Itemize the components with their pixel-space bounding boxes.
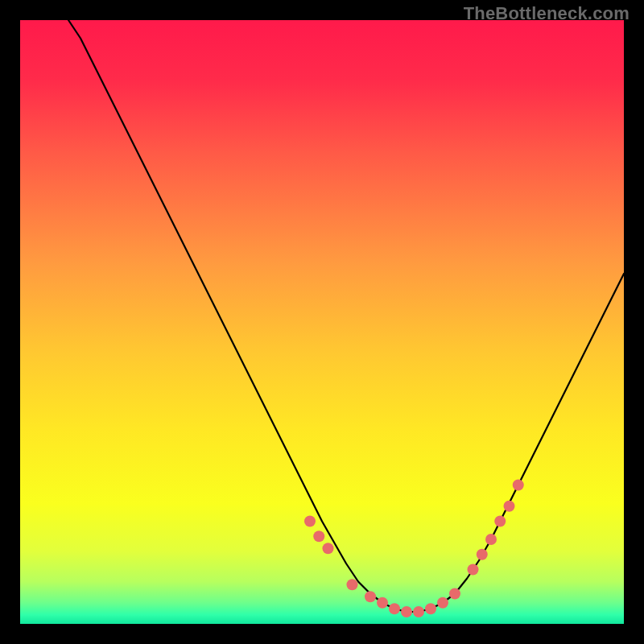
highlight-dot <box>313 530 324 542</box>
highlight-dot <box>513 480 524 491</box>
highlight-dot <box>401 606 412 617</box>
highlight-dot <box>485 534 497 545</box>
highlight-dot <box>413 606 424 617</box>
watermark-label: TheBottleneck.com <box>464 3 630 24</box>
highlight-dot <box>323 543 334 554</box>
highlight-dot <box>504 501 515 512</box>
highlight-dot <box>365 591 376 602</box>
plot-area <box>20 20 624 624</box>
highlight-dot <box>425 603 436 614</box>
curve-layer <box>20 20 624 624</box>
highlight-dot <box>377 597 388 609</box>
highlight-dot <box>468 564 479 576</box>
highlight-dot <box>389 603 400 614</box>
highlight-dot <box>347 579 358 590</box>
highlight-dot <box>494 516 506 527</box>
highlight-dot <box>437 597 448 609</box>
highlight-dot <box>304 516 316 527</box>
bottleneck-curve <box>68 20 624 612</box>
highlight-dot <box>477 549 488 560</box>
chart-stage: TheBottleneck.com <box>0 0 644 644</box>
highlight-dot <box>449 588 460 600</box>
